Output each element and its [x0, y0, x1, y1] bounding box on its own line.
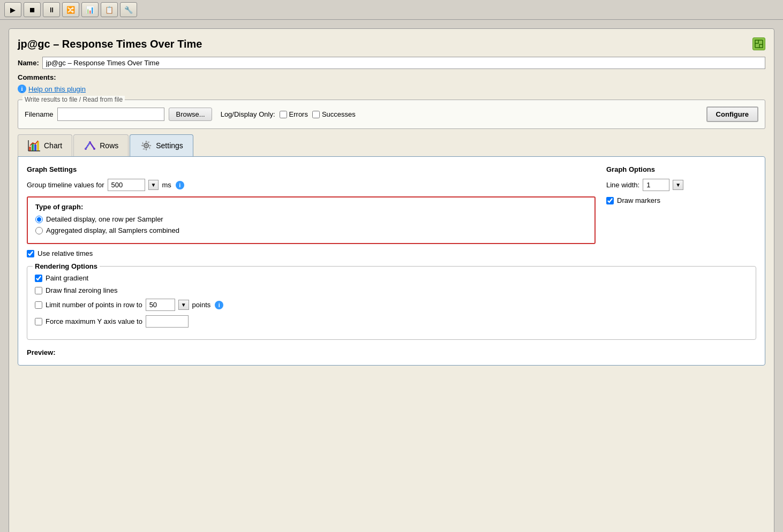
file-row: Filename Browse... Log/Display Only: Err…: [25, 107, 758, 122]
draw-final-zeroing-label: Draw final zeroing lines: [46, 286, 117, 294]
force-max-y-input[interactable]: [146, 315, 189, 328]
group-timeline-input[interactable]: [108, 179, 145, 191]
filename-label: Filename: [25, 110, 53, 118]
main-window: jp@gc – Response Times Over Time Name: C…: [9, 28, 774, 532]
toolbar-btn-7[interactable]: 🔧: [120, 2, 137, 17]
two-column-layout: Graph Settings Group timeline values for…: [27, 165, 756, 257]
line-width-dropdown[interactable]: ▼: [673, 180, 683, 190]
graph-type-box: Type of graph: Detailed display, one row…: [27, 196, 596, 244]
help-link-text: Help on this plugin: [28, 85, 86, 93]
ms-info-icon: i: [176, 181, 184, 189]
graph-type-title: Type of graph:: [35, 203, 587, 211]
successes-checkbox[interactable]: [312, 111, 320, 118]
name-label: Name:: [18, 59, 39, 67]
chart-icon: [28, 139, 41, 152]
rows-icon: [84, 139, 96, 152]
tab-rows[interactable]: Rows: [73, 134, 129, 156]
group-timeline-dropdown[interactable]: ▼: [148, 180, 159, 190]
svg-rect-9: [37, 141, 39, 151]
tab-chart[interactable]: Chart: [18, 134, 72, 156]
tabs-container: Chart Rows: [18, 134, 765, 156]
preview-section: Preview:: [27, 348, 756, 356]
force-max-y-row: Force maximum Y axis value to: [35, 315, 748, 328]
toolbar-btn-2[interactable]: ⏹: [24, 2, 41, 17]
limit-points-row: Limit number of points in row to ▼ point…: [35, 299, 748, 311]
force-max-y-checkbox[interactable]: [35, 318, 42, 325]
paint-gradient-row: Paint gradient: [35, 274, 748, 282]
successes-label: Successes: [322, 110, 356, 118]
settings-icon: [140, 139, 153, 152]
settings-content: Graph Settings Group timeline values for…: [18, 156, 765, 366]
detailed-label: Detailed display, one row per Sampler: [46, 215, 163, 223]
svg-rect-8: [34, 145, 36, 151]
toolbar-btn-1[interactable]: ▶: [4, 2, 21, 17]
info-icon: i: [18, 85, 26, 93]
points-label: points: [192, 301, 211, 309]
preview-label: Preview:: [27, 348, 55, 356]
expand-button[interactable]: [752, 37, 765, 50]
ms-label: ms: [162, 181, 171, 189]
aggregated-label: Aggregated display, all Samplers combine…: [46, 226, 179, 234]
draw-markers-label: Draw markers: [617, 196, 660, 204]
limit-points-label: Limit number of points in row to: [46, 301, 142, 309]
tab-rows-label: Rows: [100, 141, 118, 150]
toolbar-btn-5[interactable]: 📊: [81, 2, 99, 17]
errors-label: Errors: [289, 110, 308, 118]
limit-points-checkbox[interactable]: [35, 301, 42, 309]
paint-gradient-checkbox[interactable]: [35, 275, 42, 282]
comments-label: Comments:: [18, 73, 765, 81]
window-title: jp@gc – Response Times Over Time: [18, 38, 202, 50]
draw-final-zeroing-checkbox[interactable]: [35, 287, 42, 294]
tab-settings-label: Settings: [156, 141, 183, 150]
name-row: Name:: [18, 57, 765, 69]
svg-rect-7: [32, 143, 34, 151]
tab-chart-label: Chart: [44, 141, 62, 150]
line-width-row: Line width: ▼: [606, 179, 756, 191]
group-timeline-label: Group timeline values for: [27, 181, 104, 189]
rendering-options-title: Rendering Options: [33, 262, 100, 270]
toolbar-btn-4[interactable]: 🔀: [62, 2, 79, 17]
toolbar-btn-6[interactable]: 📋: [101, 2, 118, 17]
name-input[interactable]: [42, 57, 765, 69]
errors-checkbox-item: Errors: [280, 110, 308, 118]
graph-settings-title: Graph Settings: [27, 165, 596, 173]
svg-rect-1: [759, 44, 763, 48]
line-width-label: Line width:: [606, 181, 639, 189]
svg-point-16: [145, 145, 147, 147]
force-max-y-label: Force maximum Y axis value to: [46, 317, 142, 325]
detailed-radio-item: Detailed display, one row per Sampler: [35, 215, 587, 223]
points-info-icon: i: [215, 301, 223, 309]
aggregated-radio-item: Aggregated display, all Samplers combine…: [35, 226, 587, 234]
svg-rect-6: [29, 147, 31, 151]
paint-gradient-label: Paint gradient: [46, 274, 88, 282]
tab-settings[interactable]: Settings: [130, 134, 193, 156]
file-section: Write results to file / Read from file F…: [18, 100, 765, 129]
help-link[interactable]: i Help on this plugin: [18, 85, 765, 93]
right-column: Graph Options Line width: ▼ Draw markers: [606, 165, 756, 257]
svg-point-14: [93, 148, 95, 150]
line-width-input[interactable]: [643, 179, 669, 191]
use-relative-label: Use relative times: [37, 249, 93, 257]
svg-rect-0: [755, 40, 758, 43]
successes-checkbox-item: Successes: [312, 110, 356, 118]
detailed-radio[interactable]: [35, 216, 43, 223]
group-timeline-row: Group timeline values for ▼ ms i: [27, 179, 596, 191]
draw-final-zeroing-row: Draw final zeroing lines: [35, 286, 748, 294]
limit-points-input[interactable]: [146, 299, 175, 311]
errors-checkbox[interactable]: [280, 111, 287, 118]
use-relative-row: Use relative times: [27, 249, 596, 257]
file-section-title: Write results to file / Read from file: [22, 96, 125, 103]
draw-markers-row: Draw markers: [606, 196, 756, 204]
draw-markers-checkbox[interactable]: [606, 197, 614, 204]
browse-button[interactable]: Browse...: [169, 108, 212, 121]
graph-options-title: Graph Options: [606, 165, 756, 173]
use-relative-checkbox[interactable]: [27, 250, 34, 257]
configure-button[interactable]: Configure: [706, 107, 758, 122]
rendering-options-section: Rendering Options Paint gradient Draw fi…: [27, 266, 756, 340]
toolbar-btn-3[interactable]: ⏸: [43, 2, 60, 17]
log-display-label: Log/Display Only:: [221, 110, 275, 118]
filename-input[interactable]: [57, 108, 164, 121]
limit-points-dropdown[interactable]: ▼: [178, 300, 189, 310]
aggregated-radio[interactable]: [35, 227, 43, 234]
left-column: Graph Settings Group timeline values for…: [27, 165, 596, 257]
